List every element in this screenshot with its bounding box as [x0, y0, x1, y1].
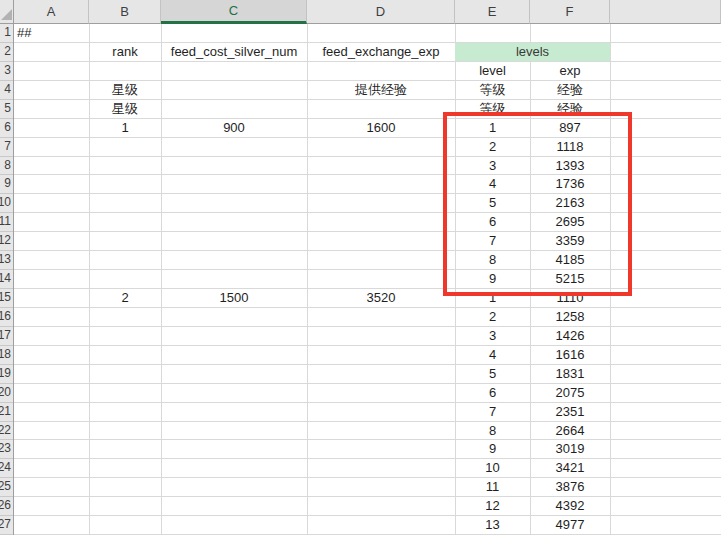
cell-B15[interactable]: 2 [89, 289, 161, 308]
cell-A1[interactable]: ## [14, 24, 89, 43]
column-header-E[interactable]: E [455, 0, 530, 24]
cell-C2[interactable]: feed_cost_silver_num [161, 43, 307, 62]
cell-E4[interactable]: 等级 [455, 81, 530, 100]
cell-E21[interactable]: 7 [455, 403, 530, 422]
row-header-21[interactable]: 21 [0, 403, 13, 422]
row-header-5[interactable]: 5 [0, 100, 13, 119]
cell-F14[interactable]: 5215 [530, 270, 610, 289]
cell-B5[interactable]: 星级 [89, 100, 161, 119]
cell-F17[interactable]: 1426 [530, 327, 610, 346]
cell-E13[interactable]: 8 [455, 251, 530, 270]
row-header-8[interactable]: 8 [0, 157, 13, 176]
cell-F16[interactable]: 1258 [530, 308, 610, 327]
row-header-22[interactable]: 22 [0, 422, 13, 441]
cell-E18[interactable]: 4 [455, 346, 530, 365]
cell-F12[interactable]: 3359 [530, 232, 610, 251]
cell-E8[interactable]: 3 [455, 157, 530, 176]
cell-F23[interactable]: 3019 [530, 440, 610, 459]
cell-F18[interactable]: 1616 [530, 346, 610, 365]
row-header-10[interactable]: 10 [0, 194, 13, 213]
cell-F3[interactable]: exp [530, 62, 610, 81]
row-header-4[interactable]: 4 [0, 81, 13, 100]
row-header-20[interactable]: 20 [0, 384, 13, 403]
cell-E27[interactable]: 13 [455, 516, 530, 535]
cell-F9[interactable]: 1736 [530, 175, 610, 194]
row-header-17[interactable]: 17 [0, 327, 13, 346]
cell-E17[interactable]: 3 [455, 327, 530, 346]
row-header-11[interactable]: 11 [0, 213, 13, 232]
row-header-1[interactable]: 1 [0, 24, 13, 43]
cell-F6[interactable]: 897 [530, 119, 610, 138]
cell-E6[interactable]: 1 [455, 119, 530, 138]
cell-E7[interactable]: 2 [455, 138, 530, 157]
cell-D2[interactable]: feed_exchange_exp [307, 43, 455, 62]
cell-E11[interactable]: 6 [455, 213, 530, 232]
cell-F5[interactable]: 经验 [530, 100, 610, 119]
cell-F11[interactable]: 2695 [530, 213, 610, 232]
cell-F15[interactable]: 1110 [530, 289, 610, 308]
cell-F21[interactable]: 2351 [530, 403, 610, 422]
cell-C15[interactable]: 1500 [161, 289, 307, 308]
row-header-27[interactable]: 27 [0, 516, 13, 535]
cell-F8[interactable]: 1393 [530, 157, 610, 176]
row-header-18[interactable]: 18 [0, 346, 13, 365]
row-header-19[interactable]: 19 [0, 365, 13, 384]
row-header-3[interactable]: 3 [0, 62, 13, 81]
cell-D15[interactable]: 3520 [307, 289, 455, 308]
row-header-24[interactable]: 24 [0, 459, 13, 478]
cell-E23[interactable]: 9 [455, 440, 530, 459]
cell-F24[interactable]: 3421 [530, 459, 610, 478]
row-header-13[interactable]: 13 [0, 251, 13, 270]
column-header-B[interactable]: B [89, 0, 161, 24]
cell-E22[interactable]: 8 [455, 422, 530, 441]
cell-F13[interactable]: 4185 [530, 251, 610, 270]
row-header-6[interactable]: 6 [0, 119, 13, 138]
cell-E10[interactable]: 5 [455, 194, 530, 213]
cell-E14[interactable]: 9 [455, 270, 530, 289]
row-header-2[interactable]: 2 [0, 43, 13, 62]
cell-E25[interactable]: 11 [455, 478, 530, 497]
cell-levels-merged[interactable]: levels [455, 43, 610, 61]
column-header-F[interactable]: F [530, 0, 610, 24]
cell-E9[interactable]: 4 [455, 175, 530, 194]
cell-B4[interactable]: 星级 [89, 81, 161, 100]
cell-F7[interactable]: 1118 [530, 138, 610, 157]
cell-E16[interactable]: 2 [455, 308, 530, 327]
row-header-9[interactable]: 9 [0, 175, 13, 194]
cell-D6[interactable]: 1600 [307, 119, 455, 138]
cell-E26[interactable]: 12 [455, 497, 530, 516]
cell-F26[interactable]: 4392 [530, 497, 610, 516]
cell-C6[interactable]: 900 [161, 119, 307, 138]
cell-B6[interactable]: 1 [89, 119, 161, 138]
cell-E12[interactable]: 7 [455, 232, 530, 251]
row-header-23[interactable]: 23 [0, 440, 13, 459]
column-header-A[interactable]: A [14, 0, 89, 24]
cell-F19[interactable]: 1831 [530, 365, 610, 384]
cell-E20[interactable]: 6 [455, 384, 530, 403]
cell-E5[interactable]: 等级 [455, 100, 530, 119]
cell-F10[interactable]: 2163 [530, 194, 610, 213]
row-header-14[interactable]: 14 [0, 270, 13, 289]
cell-F27[interactable]: 4977 [530, 516, 610, 535]
row-header-7[interactable]: 7 [0, 138, 13, 157]
row-header-16[interactable]: 16 [0, 308, 13, 327]
cell-F22[interactable]: 2664 [530, 422, 610, 441]
cell-F20[interactable]: 2075 [530, 384, 610, 403]
column-header-G[interactable] [610, 0, 721, 24]
cell-F25[interactable]: 3876 [530, 478, 610, 497]
cell-B2[interactable]: rank [89, 43, 161, 62]
select-all-corner[interactable] [0, 0, 14, 24]
cell-E15[interactable]: 1 [455, 289, 530, 308]
cell-E19[interactable]: 5 [455, 365, 530, 384]
cell-E24[interactable]: 10 [455, 459, 530, 478]
row-header-25[interactable]: 25 [0, 478, 13, 497]
cell-F4[interactable]: 经验 [530, 81, 610, 100]
row-header-12[interactable]: 12 [0, 232, 13, 251]
column-header-D[interactable]: D [307, 0, 455, 24]
column-header-C[interactable]: C [161, 0, 307, 24]
row-header-15[interactable]: 15 [0, 289, 13, 308]
row-headers: 1234567891011121314151617181920212223242… [0, 24, 14, 535]
cell-D4[interactable]: 提供经验 [307, 81, 455, 100]
cell-E3[interactable]: level [455, 62, 530, 81]
row-header-26[interactable]: 26 [0, 497, 13, 516]
